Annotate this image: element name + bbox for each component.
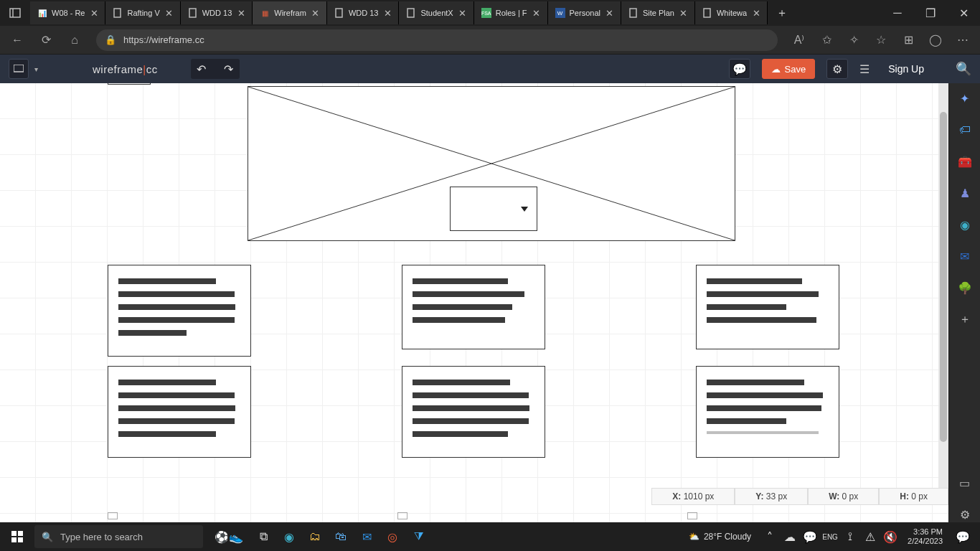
hide-sidebar-icon[interactable]: ▭ [957,475,973,491]
close-icon[interactable]: ✕ [164,8,174,18]
tab-label: Rafting V [127,9,159,17]
wf-dropdown[interactable] [450,187,537,231]
tab-9[interactable]: Whitewa ✕ [695,1,768,24]
taskbar-search[interactable]: 🔍 Type here to search [34,525,203,548]
menu-icon[interactable]: ☰ [859,62,870,76]
tray-language-icon[interactable]: ENG [821,522,839,551]
home-button[interactable]: ⌂ [62,27,88,53]
canvas-h-scroll[interactable] [108,509,917,522]
settings-button[interactable]: ⚙ [826,59,848,79]
taskbar-app-explorer[interactable]: 🗂 [302,522,328,551]
task-view-button[interactable]: ⧉ [250,522,276,551]
window-restore[interactable]: ❐ [914,0,947,26]
undo-button[interactable]: ↶ [191,59,212,79]
tools-icon[interactable]: 🧰 [957,154,973,169]
tray-meet-icon[interactable]: 💬 [801,522,819,551]
read-aloud-icon[interactable]: A⁾ [786,27,812,53]
wf-logo-box[interactable] [108,83,151,85]
more-icon[interactable]: ⋯ [950,27,976,53]
tab-5[interactable]: StudentX ✕ [399,1,473,24]
save-label: Save [785,64,806,75]
tab-4[interactable]: WDD 13 ✕ [327,1,400,24]
close-icon[interactable]: ✕ [751,8,761,18]
svg-rect-0 [10,9,20,17]
system-clock[interactable]: 3:36 PM 2/24/2023 [908,527,943,546]
sidebar-settings-icon[interactable]: ⚙ [957,507,973,522]
taskbar-app-vscode[interactable]: ⧩ [405,522,431,551]
tab-strip: 📊 W08 - Re ✕ Rafting V ✕ WDD 13 ✕ ▦ Wire… [30,0,792,26]
start-button[interactable] [0,531,34,542]
favorite-icon[interactable]: ✩ [814,27,839,53]
close-icon[interactable]: ✕ [458,8,468,18]
chevron-down-icon[interactable]: ▾ [34,65,38,73]
new-tab-button[interactable]: ＋ [772,3,792,23]
favorites-bar-icon[interactable]: ☆ [868,27,894,53]
weather-text: 28°F Cloudy [704,532,751,542]
close-icon[interactable]: ✕ [89,8,99,18]
tab-actions-button[interactable] [0,0,30,26]
status-w: W: 0 px [808,488,879,505]
signup-link[interactable]: Sign Up [888,63,924,75]
wf-card-2[interactable] [696,265,839,349]
search-icon: 🔍 [42,532,53,542]
close-icon[interactable]: ✕ [532,8,542,18]
tab-7[interactable]: W Personal ✕ [548,1,621,24]
close-icon[interactable]: ✕ [236,8,246,18]
canvas-v-scroll[interactable] [938,83,948,505]
extensions-icon[interactable]: ✧ [841,27,867,53]
tray-onedrive-icon[interactable]: ☁ [781,522,798,551]
close-icon[interactable]: ✕ [605,8,615,18]
tab-8[interactable]: Site Plan ✕ [621,1,695,24]
close-icon[interactable]: ✕ [382,8,392,18]
wf-card-4[interactable] [402,366,545,458]
tab-label: StudentX [420,9,453,17]
wf-card-3[interactable] [108,366,251,458]
redo-button[interactable]: ↷ [218,59,240,79]
back-button[interactable]: ← [4,27,30,53]
tab-1[interactable]: Rafting V ✕ [105,1,180,24]
device-selector[interactable] [9,59,29,79]
profile-icon[interactable]: ◯ [923,27,948,53]
collections-icon[interactable]: ⊞ [895,27,921,53]
tray-location-icon[interactable]: ⟟ [842,522,859,551]
tab-2[interactable]: WDD 13 ✕ [181,1,253,24]
close-icon[interactable]: ✕ [311,8,321,18]
taskbar-app-obs[interactable]: ◎ [380,522,405,551]
save-button[interactable]: ☁ Save [762,59,816,79]
taskbar-app-store[interactable]: 🛍 [328,522,354,551]
edge-icon[interactable]: ◉ [957,217,973,232]
drop-icon[interactable]: 🌳 [957,280,973,296]
window-minimize[interactable]: ─ [881,0,914,26]
address-bar[interactable]: 🔒 https://wireframe.cc [96,29,778,51]
tab-0[interactable]: 📊 W08 - Re ✕ [30,1,105,24]
wf-card-1[interactable] [402,265,545,349]
close-icon[interactable]: ✕ [679,8,689,18]
tab-label: Wirefram [274,9,306,17]
add-sidebar-icon[interactable]: ＋ [957,311,973,327]
tray-chevron-icon[interactable]: ˄ [761,522,778,551]
taskbar-app-edge[interactable]: ◉ [276,522,302,551]
comment-button[interactable]: 💬 [729,59,750,79]
refresh-button[interactable]: ⟳ [33,27,59,53]
chevron-down-icon [521,207,528,212]
address-bar-row: ← ⟳ ⌂ 🔒 https://wireframe.cc A⁾ ✩ ✧ ☆ ⊞ … [0,26,980,55]
tab-3[interactable]: ▦ Wirefram ✕ [253,1,327,24]
bing-ai-icon[interactable]: ✦ [957,90,973,106]
taskbar-app-mail[interactable]: ✉ [354,522,380,551]
tab-6[interactable]: FSA Roles | F ✕ [474,1,548,24]
wf-card-0[interactable] [108,265,251,357]
outlook-icon[interactable]: ✉ [957,248,973,264]
canvas-viewport[interactable]: Lorem ipsum Lorem ipsum Lorem ipsum Lore… [0,83,948,522]
tray-wifi-icon[interactable]: ⚠ [862,522,879,551]
tray-volume-icon[interactable]: 🔇 [882,522,899,551]
news-widget[interactable]: ⚽👟 [207,522,250,551]
search-icon[interactable]: 🔍 [956,61,971,77]
action-center-icon[interactable]: 💬 [951,530,974,544]
wf-card-5[interactable] [696,366,839,458]
games-icon[interactable]: ♟ [957,185,973,201]
svg-rect-14 [18,537,23,542]
weather-widget[interactable]: ⛅ 28°F Cloudy [689,532,751,542]
window-close[interactable]: ✕ [947,0,980,26]
app-logo[interactable]: wireframe|cc [93,63,158,75]
shopping-icon[interactable]: 🏷 [957,122,973,138]
